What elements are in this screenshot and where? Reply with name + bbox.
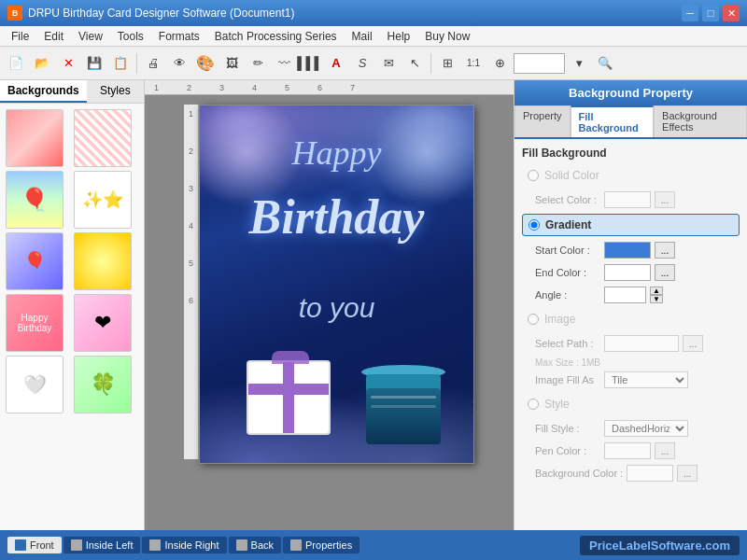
start-color-box[interactable] — [604, 242, 651, 259]
canvas-container: 123456 Happy Birthday to you — [175, 95, 484, 530]
bg-thumb-3[interactable]: 🎈 — [6, 171, 63, 229]
start-color-browse[interactable]: ... — [655, 242, 675, 259]
toolbar: 📄 📂 ✕ 💾 📋 🖨 👁 🎨 🖼 ✏ 〰 ▌▌▌ A S ✉ ↖ ⊞ 1:1 … — [0, 47, 747, 80]
aspect-button[interactable]: 1:1 — [461, 51, 486, 76]
minimize-button[interactable]: ─ — [682, 5, 698, 21]
wave-button[interactable]: 〰 — [272, 51, 296, 76]
tab-background-effects[interactable]: Background Effects — [654, 105, 747, 137]
card-text-happy: Happy — [200, 133, 473, 173]
save-button[interactable]: 💾 — [82, 51, 106, 76]
bg-thumb-2[interactable] — [74, 109, 132, 167]
gift-ribbon-h — [248, 384, 329, 395]
solid-color-radio[interactable] — [528, 170, 539, 181]
curve-button[interactable]: S — [350, 51, 374, 76]
brand-text: PriceLabelSoftware.com — [589, 539, 730, 553]
style-radio[interactable] — [528, 399, 539, 410]
window-controls: ─ □ ✕ — [682, 5, 740, 21]
select-color-label: Select Color : — [535, 194, 600, 205]
image-fill-label: Image Fill As — [535, 374, 600, 385]
path-browse[interactable]: ... — [683, 335, 703, 352]
bg-color-browse[interactable]: ... — [677, 465, 698, 482]
bg-thumb-10[interactable]: 🍀 — [74, 356, 132, 413]
bg-thumb-1[interactable] — [6, 109, 63, 167]
fill-style-dropdown[interactable]: DashedHorizontal — [604, 420, 688, 437]
menu-edit[interactable]: Edit — [36, 28, 71, 45]
bg-thumb-4[interactable]: ✨⭐ — [74, 171, 132, 229]
menu-mail[interactable]: Mail — [345, 28, 380, 45]
end-color-box[interactable] — [604, 264, 651, 281]
image-radio[interactable] — [528, 314, 539, 325]
pen-color-browse[interactable]: ... — [655, 442, 675, 459]
pen-color-box — [604, 442, 651, 459]
separator-2 — [430, 53, 431, 74]
mail-btn[interactable]: ✉ — [376, 51, 401, 76]
print-preview-button[interactable]: 👁 — [167, 51, 191, 76]
properties-icon — [290, 539, 302, 551]
new-button[interactable]: 📄 — [4, 51, 28, 76]
open-button[interactable]: 📂 — [30, 51, 54, 76]
angle-spinner: ▲ ▼ — [650, 287, 663, 303]
path-input[interactable] — [604, 335, 679, 352]
fill-background-title: Fill Background — [522, 147, 740, 160]
tab-inside-right[interactable]: Inside Right — [142, 537, 226, 553]
angle-input[interactable]: 359 — [604, 287, 646, 303]
print-button[interactable]: 🖨 — [141, 51, 165, 76]
bg-thumb-9[interactable]: 🤍 — [6, 356, 63, 413]
save-as-button[interactable]: 📋 — [108, 51, 133, 76]
angle-down[interactable]: ▼ — [650, 295, 663, 303]
menu-batch[interactable]: Batch Processing Series — [207, 28, 345, 45]
grid-button[interactable]: ⊞ — [435, 51, 459, 76]
angle-up[interactable]: ▲ — [650, 287, 663, 295]
end-color-browse[interactable]: ... — [655, 264, 675, 281]
menu-formats[interactable]: Formats — [151, 28, 207, 45]
start-color-label: Start Color : — [535, 245, 600, 256]
menu-buynow[interactable]: Buy Now — [417, 28, 477, 45]
tab-styles[interactable]: Styles — [87, 80, 144, 103]
text-button[interactable]: A — [324, 51, 348, 76]
barcode-button[interactable]: ▌▌▌ — [298, 51, 322, 76]
zoom-input[interactable]: 150% — [514, 53, 565, 74]
tab-fill-background[interactable]: Fill Background — [571, 105, 655, 137]
draw-button[interactable]: ✏ — [246, 51, 270, 76]
tab-front[interactable]: Front — [7, 537, 62, 553]
zoom-in-button[interactable]: ⊕ — [487, 51, 512, 76]
tab-properties[interactable]: Properties — [283, 537, 359, 553]
style-label: Style — [544, 398, 570, 411]
style-row: Style — [522, 394, 740, 414]
gradient-row: Gradient — [522, 214, 740, 236]
bg-thumb-8[interactable]: ❤ — [74, 294, 132, 352]
property-tabs: Property Fill Background Background Effe… — [514, 105, 747, 139]
solid-color-browse[interactable]: ... — [655, 191, 675, 208]
menu-file[interactable]: File — [4, 28, 36, 45]
bg-thumb-7[interactable]: Happy Birthday — [6, 294, 63, 352]
bg-thumb-6[interactable] — [74, 232, 132, 290]
maximize-button[interactable]: □ — [702, 5, 719, 21]
prop-content: Fill Background Solid Color Select Color… — [514, 139, 747, 530]
menu-tools[interactable]: Tools — [110, 28, 151, 45]
image-button[interactable]: 🖼 — [219, 51, 244, 76]
brand-badge: PriceLabelSoftware.com — [580, 536, 740, 555]
inside-left-icon — [71, 539, 82, 551]
birthday-card[interactable]: Happy Birthday to you — [199, 105, 474, 464]
zoom-out-button[interactable]: 🔍 — [593, 51, 617, 76]
select-color-row: Select Color : ... — [522, 191, 740, 208]
tab-inside-left[interactable]: Inside Left — [63, 537, 141, 553]
image-fill-dropdown[interactable]: Tile — [604, 371, 688, 388]
tab-backgrounds[interactable]: Backgrounds — [0, 80, 87, 103]
close-doc-button[interactable]: ✕ — [56, 51, 80, 76]
zoom-dropdown-button[interactable]: ▾ — [567, 51, 591, 76]
menu-help[interactable]: Help — [380, 28, 418, 45]
tab-back[interactable]: Back — [229, 537, 281, 553]
ruler-top: 1234567 — [145, 80, 514, 95]
color-button[interactable]: 🎨 — [193, 51, 218, 76]
menu-view[interactable]: View — [71, 28, 110, 45]
max-size-label: Max Size : 1MB — [522, 357, 740, 368]
inside-right-icon — [149, 539, 161, 551]
pointer-button[interactable]: ↖ — [402, 51, 427, 76]
tab-property[interactable]: Property — [514, 105, 571, 137]
thumbnails-grid: 🎈 ✨⭐ 🎈 Happy Birthday ❤ 🤍 🍀 — [0, 104, 144, 419]
close-button[interactable]: ✕ — [723, 5, 740, 21]
image-fill-row: Image Fill As Tile — [522, 371, 740, 388]
bg-thumb-5[interactable]: 🎈 — [6, 232, 63, 290]
gradient-radio[interactable] — [529, 219, 540, 231]
